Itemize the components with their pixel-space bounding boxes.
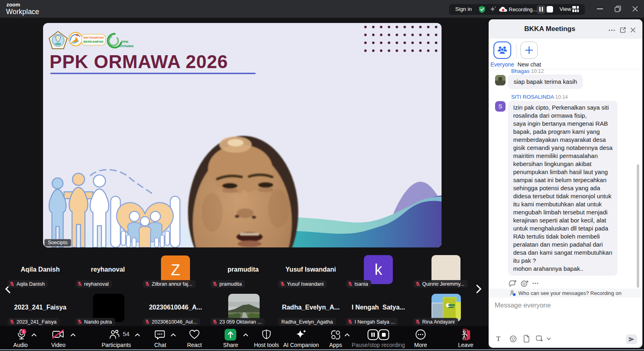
- svg-text:PPK ORMAWA 2026: PPK ORMAWA 2026: [50, 51, 228, 72]
- svg-text:DIKTISAINTEK: DIKTISAINTEK: [83, 36, 104, 39]
- svg-text:PPK: PPK: [121, 40, 129, 44]
- svg-text:BERDAMPAK: BERDAMPAK: [83, 40, 104, 44]
- svg-text:Ormawa: Ormawa: [119, 44, 134, 48]
- svg-text:1: 1: [23, 330, 25, 334]
